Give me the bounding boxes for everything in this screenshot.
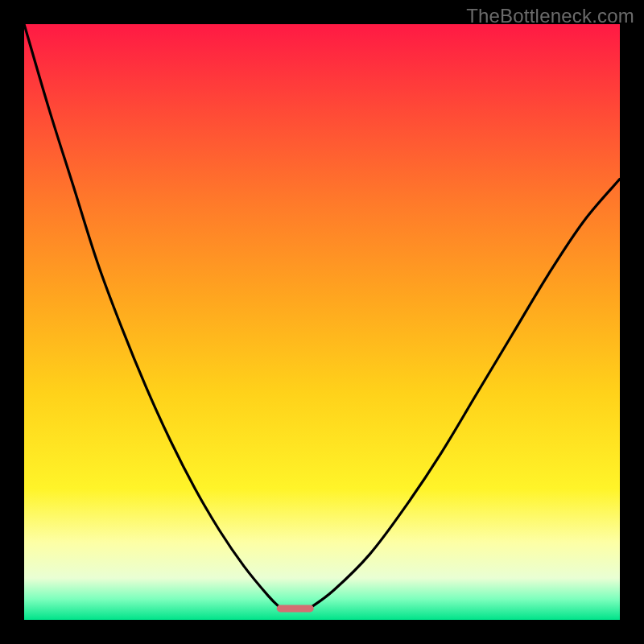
gradient-background [24, 24, 620, 620]
chart-frame: TheBottleneck.com [0, 0, 644, 644]
watermark-text: TheBottleneck.com [466, 5, 634, 27]
plot-area [24, 24, 620, 620]
chart-svg [24, 24, 620, 620]
